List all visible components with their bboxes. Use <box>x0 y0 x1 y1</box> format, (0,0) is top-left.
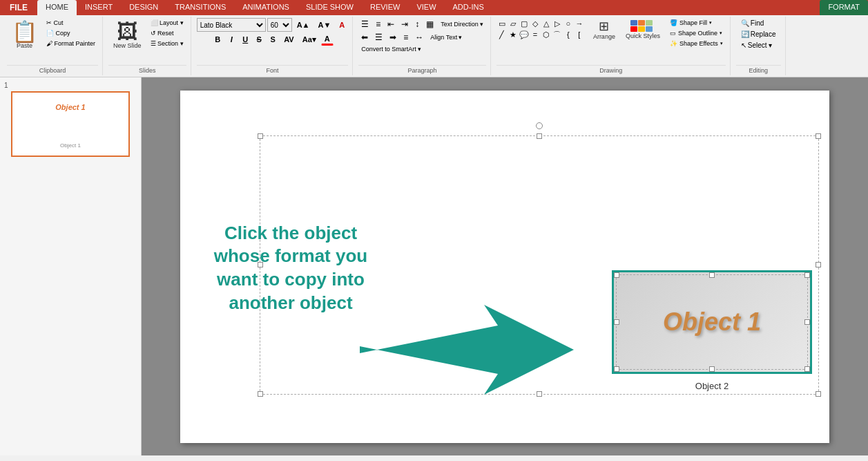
bullets-button[interactable]: ☰ <box>358 18 372 30</box>
arrow-graphic <box>360 305 574 395</box>
layout-button[interactable]: ⬜ Layout ▾ <box>148 18 186 28</box>
paragraph-group: ☰ ≡ ⇤ ⇥ ↕ ▦ Text Direction ▾ ⬅ ☰ ➡ ≡ ↔ A… <box>354 17 491 75</box>
tab-home[interactable]: HOME <box>37 0 77 15</box>
increase-indent-button[interactable]: ⇥ <box>398 18 411 30</box>
tab-file[interactable]: FILE <box>0 0 37 15</box>
underline-button[interactable]: U <box>239 34 251 45</box>
obj2-handle-ml[interactable] <box>614 319 619 325</box>
bold-button[interactable]: B <box>211 34 224 45</box>
obj2-handle-br[interactable] <box>804 366 810 372</box>
slide-canvas[interactable]: Click the object whose format you want t… <box>180 91 829 443</box>
tab-slideshow[interactable]: SLIDE SHOW <box>298 0 362 15</box>
object2-box[interactable]: Object 1 <box>612 270 812 374</box>
ribbon-content: 📋 Paste ✂ Cut 📄 Copy 🖌 Format Painter Cl… <box>0 15 868 77</box>
clipboard-group: 📋 Paste ✂ Cut 📄 Copy 🖌 Format Painter Cl… <box>3 17 103 75</box>
line-spacing-button[interactable]: ↕ <box>412 18 422 30</box>
instruction-text: Click the object whose format you want t… <box>204 222 377 315</box>
shape-rounded[interactable]: ▢ <box>519 18 530 29</box>
obj2-handle-bm[interactable] <box>709 366 715 372</box>
char-spacing-button[interactable]: AV <box>280 34 297 45</box>
font-increase-button[interactable]: A▲ <box>293 19 314 30</box>
obj2-handle-mr[interactable] <box>804 319 810 325</box>
main-layout: 1 Object 1 Object 1 Click th <box>0 77 868 455</box>
shape-arc[interactable]: ⌒ <box>552 29 563 40</box>
drawing-group: ▭ ▱ ▢ ◇ △ ▷ ○ → ╱ ★ 💬 = ⬡ ⌒ { [ <box>492 17 731 75</box>
obj2-handle-tm[interactable] <box>709 272 715 278</box>
align-right-button[interactable]: ➡ <box>387 31 399 44</box>
italic-button[interactable]: I <box>225 34 238 45</box>
columns-button[interactable]: ▦ <box>423 18 436 30</box>
handle-tr[interactable] <box>816 133 821 139</box>
handle-mr[interactable] <box>816 262 821 267</box>
para-spacing-button[interactable]: ↔ <box>412 31 426 44</box>
shape-diamond[interactable]: ◇ <box>530 18 541 29</box>
section-button[interactable]: ☰ Section ▾ <box>148 39 186 48</box>
shape-bracket[interactable]: [ <box>574 29 585 40</box>
tab-format[interactable]: FORMAT <box>820 0 868 15</box>
align-center-button[interactable]: ☰ <box>372 31 385 44</box>
shape-fill-button[interactable]: 🪣 Shape Fill ▾ <box>667 18 726 28</box>
handle-tm[interactable] <box>537 133 542 139</box>
change-case-button[interactable]: Aa▾ <box>299 34 320 46</box>
decrease-indent-button[interactable]: ⇤ <box>385 18 397 30</box>
tab-view[interactable]: VIEW <box>408 0 444 15</box>
font-name-select[interactable]: Lato Black <box>197 18 266 32</box>
arrange-button[interactable]: ⊞ Arrange <box>590 18 619 42</box>
handle-br[interactable] <box>816 391 821 397</box>
tab-review[interactable]: REVIEW <box>362 0 408 15</box>
tab-addins[interactable]: ADD-INS <box>445 0 492 15</box>
numbering-button[interactable]: ≡ <box>373 18 383 30</box>
tab-animations[interactable]: ANIMATIONS <box>234 0 298 15</box>
shape-tri[interactable]: △ <box>541 18 552 29</box>
strikethrough-button[interactable]: S <box>253 34 265 45</box>
shape-rect2[interactable]: ▱ <box>508 18 519 29</box>
tab-insert[interactable]: INSERT <box>77 0 121 15</box>
obj2-handle-tr[interactable] <box>804 272 810 278</box>
quick-styles-button[interactable]: Quick Styles <box>622 18 664 41</box>
obj2-handle-bl[interactable] <box>614 366 619 372</box>
new-slide-button[interactable]: 🖼 New Slide <box>108 18 146 53</box>
rotate-handle[interactable] <box>536 122 543 129</box>
obj2-handle-tl[interactable] <box>614 272 619 278</box>
slide-thumbnail[interactable]: Object 1 Object 1 <box>11 91 130 157</box>
justify-button[interactable]: ≡ <box>401 31 411 44</box>
copy-button[interactable]: 📄 Copy <box>44 28 98 38</box>
align-left-button[interactable]: ⬅ <box>358 31 371 44</box>
paste-icon: 📋 <box>12 21 37 42</box>
font-color-button[interactable]: A <box>321 33 334 46</box>
format-painter-button[interactable]: 🖌 Format Painter <box>44 39 98 48</box>
text-direction-button[interactable]: Text Direction ▾ <box>438 19 486 29</box>
shape-callout[interactable]: 💬 <box>519 29 530 40</box>
tab-design[interactable]: DESIGN <box>121 0 166 15</box>
handle-bl[interactable] <box>258 391 263 397</box>
shape-rtri[interactable]: ▷ <box>552 18 563 29</box>
shape-brace[interactable]: { <box>563 29 574 40</box>
replace-button[interactable]: 🔄 Replace <box>736 29 781 39</box>
shape-outline-button[interactable]: ▭ Shape Outline ▾ <box>667 28 726 38</box>
select-button[interactable]: ↖ Select ▾ <box>736 40 781 50</box>
shape-line[interactable]: ╱ <box>496 29 508 40</box>
shape-rect[interactable]: ▭ <box>496 18 508 29</box>
shape-arrow[interactable]: → <box>574 18 585 29</box>
convert-smartart-button[interactable]: Convert to SmartArt ▾ <box>358 44 424 54</box>
reset-button[interactable]: ↺ Reset <box>148 28 186 38</box>
font-decrease-button[interactable]: A▼ <box>314 19 334 30</box>
handle-tl[interactable] <box>258 133 263 139</box>
font-size-select[interactable]: 60 <box>267 18 292 32</box>
shape-circle[interactable]: ○ <box>563 18 574 29</box>
align-text-button[interactable]: Align Text ▾ <box>427 32 465 42</box>
shape-flow[interactable]: ⬡ <box>541 29 552 40</box>
svg-marker-0 <box>360 305 574 395</box>
thumb-object1-label: Object 1 <box>60 142 81 149</box>
clear-format-button[interactable]: A <box>336 19 348 30</box>
object2-text: Object 1 <box>663 308 761 337</box>
find-button[interactable]: 🔍 Find <box>736 18 781 28</box>
shape-star[interactable]: ★ <box>508 29 519 40</box>
tab-transitions[interactable]: TRANSITIONS <box>166 0 234 15</box>
shape-effects-button[interactable]: ✨ Shape Effects ▾ <box>667 39 726 48</box>
shadow-button[interactable]: S <box>267 34 279 45</box>
font-group: Lato Black 60 A▲ A▼ A B I U S S AV Aa▾ A… <box>193 17 354 75</box>
shape-eq[interactable]: = <box>530 29 541 40</box>
cut-button[interactable]: ✂ Cut <box>44 18 98 28</box>
paste-button[interactable]: 📋 Paste <box>7 18 42 53</box>
